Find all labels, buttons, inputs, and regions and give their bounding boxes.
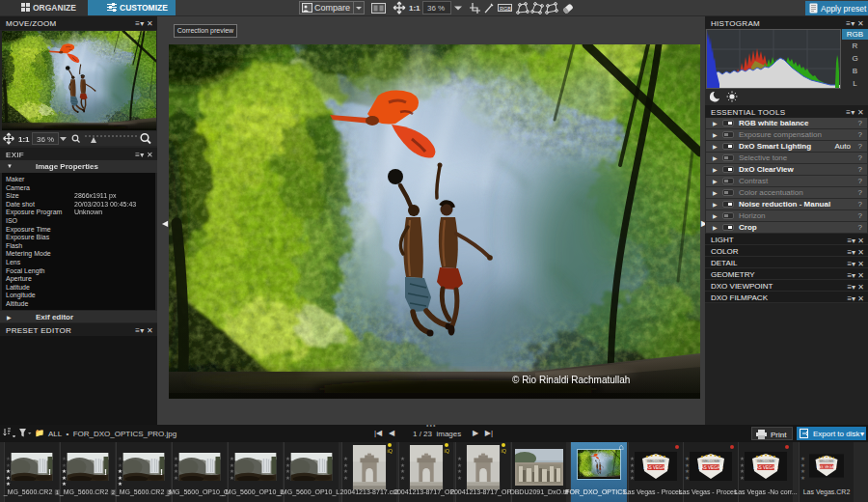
svg-text:RGB: RGB bbox=[500, 6, 511, 12]
svg-text:1:1: 1:1 bbox=[18, 135, 30, 144]
svg-text:36 %: 36 % bbox=[427, 4, 445, 13]
svg-text:1:1: 1:1 bbox=[409, 4, 420, 13]
svg-text:36 %: 36 % bbox=[37, 135, 54, 144]
svg-text:Compare: Compare bbox=[314, 3, 350, 13]
